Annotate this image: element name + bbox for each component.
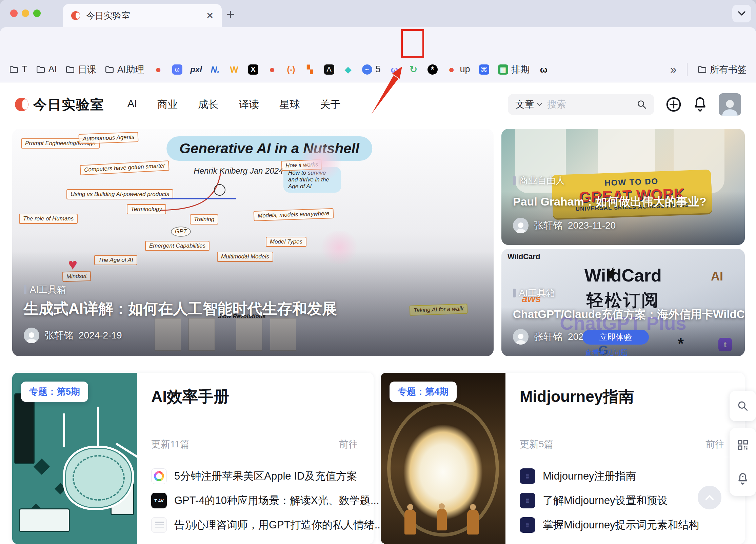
topic5-go-link[interactable]: 前往: [339, 438, 358, 451]
site-nav: AI 商业 成长 译读 星球 关于: [127, 98, 340, 112]
notifications-button[interactable]: [693, 97, 707, 112]
nav-item-business[interactable]: 商业: [157, 98, 178, 112]
author-name: 张轩铭: [534, 219, 562, 232]
bookmark-favicon[interactable]: W: [229, 64, 239, 75]
folder-label: AI助理: [117, 63, 144, 76]
bookmark-favicon[interactable]: *: [427, 64, 438, 75]
topic-card-4[interactable]: 专题：第4期 Midjourney指南 更新5篇 前往 ▒ Midjourney…: [381, 373, 745, 544]
new-tab-button[interactable]: +: [226, 7, 235, 22]
search-input[interactable]: [546, 99, 611, 110]
divider: [151, 457, 360, 457]
chevron-down-icon: [537, 103, 542, 106]
submit-button[interactable]: [666, 97, 681, 112]
article-list-item[interactable]: T-4V GPT-4的10种应用场景：解读X光、数学题...: [151, 493, 379, 508]
bookmark-favicon[interactable]: X: [248, 64, 258, 75]
nav-item-translate[interactable]: 译读: [239, 98, 259, 112]
traffic-light-zoom[interactable]: [33, 9, 41, 17]
author-name: 张轩铭: [45, 329, 73, 342]
sketch-label: Emergent Capabilities: [145, 241, 210, 251]
article-title: 了解Midjourney设置和预设: [543, 493, 668, 508]
site-logo-text[interactable]: 今日实验室: [33, 95, 104, 114]
tab-close-icon[interactable]: ✕: [206, 11, 214, 21]
wildcard-headline1: WildCard: [584, 265, 662, 286]
search-icon[interactable]: [637, 99, 647, 110]
bell-icon[interactable]: [737, 472, 749, 485]
traffic-light-close[interactable]: [10, 9, 18, 17]
site-logo-icon[interactable]: [15, 98, 28, 111]
bookmark-item[interactable]: ●up: [446, 64, 470, 75]
bookmark-favicon[interactable]: (-): [286, 64, 296, 75]
midjourney-article-icon: ▒: [520, 468, 535, 484]
topic4-title[interactable]: Midjourney指南: [520, 386, 634, 407]
search-icon[interactable]: [737, 400, 749, 412]
all-bookmarks-label: 所有书签: [710, 63, 747, 76]
article-list-item[interactable]: ▒ Midjourney注册指南: [520, 468, 636, 484]
article-list-item[interactable]: ▒ 掌握Midjourney提示词元素和结构: [520, 517, 699, 533]
bookmark-item[interactable]: ▦排期: [498, 63, 530, 76]
bookmark-favicon[interactable]: ω: [539, 64, 549, 75]
bookmark-favicon[interactable]: pxl: [191, 64, 201, 75]
user-avatar[interactable]: [719, 93, 741, 116]
qr-code-icon[interactable]: [737, 439, 749, 451]
article-list-item[interactable]: 告别心理咨询师，用GPT打造你的私人情绪...: [151, 517, 383, 533]
article-list-item[interactable]: 5分钟注册苹果美区Apple ID及充值方案: [151, 468, 357, 484]
folder-icon: [105, 66, 114, 73]
nav-item-ai[interactable]: AI: [127, 98, 137, 112]
tab-search-button[interactable]: [732, 5, 751, 22]
bookmark-favicon[interactable]: ◆: [343, 64, 353, 75]
topic5-title[interactable]: AI效率手册: [151, 386, 229, 407]
bookmark-favicon[interactable]: ●: [153, 64, 163, 75]
bookmark-favicon: ●: [446, 64, 457, 75]
tab-strip: 今日实验室 ✕ +: [0, 0, 756, 27]
midjourney-article-icon: ▒: [520, 493, 535, 508]
nav-item-about[interactable]: 关于: [320, 98, 340, 112]
bookmark-folder[interactable]: AI: [36, 64, 57, 75]
hero-author-row: 张轩铭 2024-2-19: [24, 328, 122, 343]
search-category-select[interactable]: 文章: [515, 98, 542, 111]
wildcard-article-card[interactable]: WildCard WildCard 轻松订阅 ChatGPT Plus aws …: [501, 249, 745, 356]
bookmark-label: 排期: [512, 63, 530, 76]
bookmarks-overflow-chevron[interactable]: »: [670, 63, 677, 76]
great-work-article-card[interactable]: HOW TO DO GREAT WORK UNIVERSAL SKILLS AC…: [501, 129, 745, 245]
bookmark-favicon[interactable]: ●: [267, 64, 277, 75]
floating-search-panel[interactable]: [730, 391, 756, 421]
bookmark-favicon[interactable]: N.: [210, 64, 220, 75]
bookmark-favicon[interactable]: ω: [172, 64, 182, 75]
bookmark-folder[interactable]: 日课: [66, 63, 96, 76]
traffic-light-minimize[interactable]: [22, 9, 29, 17]
card-tag[interactable]: AI工具箱: [513, 287, 555, 299]
nav-item-planet[interactable]: 星球: [279, 98, 300, 112]
article-list-item[interactable]: ▒ 了解Midjourney设置和预设: [520, 493, 668, 508]
card-title[interactable]: Paul Graham：如何做出伟大的事业?: [513, 194, 707, 210]
midjourney-article-icon: ▒: [520, 517, 535, 533]
gpt4v-article-icon: T-4V: [151, 493, 167, 508]
topic4-badge: 专题：第4期: [390, 382, 457, 402]
brain-sketch: [297, 142, 344, 180]
hero-title[interactable]: 生成式AI详解：如何在人工智能时代生存和发展: [24, 299, 337, 319]
nav-item-growth[interactable]: 成长: [198, 98, 218, 112]
topic-card-5[interactable]: 专题：第5期 AI效率手册 更新11篇 前往 5分钟注册苹果美区Apple ID…: [12, 373, 374, 544]
faq-link[interactable]: 查看常见问题: [585, 348, 628, 356]
appleid-article-icon: [151, 468, 167, 484]
bookmark-favicon[interactable]: ▚: [305, 64, 315, 75]
search-box[interactable]: 文章: [508, 94, 654, 115]
topic5-badge: 专题：第5期: [21, 382, 88, 402]
author-avatar: [513, 218, 529, 233]
card-title[interactable]: ChatGPT/Claude充值方案：海外信用卡WildCar...: [513, 307, 745, 322]
person-icon: [720, 98, 740, 116]
try-now-button[interactable]: 立即体验: [582, 330, 649, 345]
topic4-go-link[interactable]: 前往: [705, 438, 724, 451]
card-tag[interactable]: 商业自由人: [513, 174, 565, 187]
all-bookmarks-button[interactable]: 所有书签: [698, 63, 747, 76]
hero-article-card[interactable]: Generative AI in a Nutshell Henrik Knibe…: [12, 129, 494, 356]
hero-tag[interactable]: AI工具箱: [24, 284, 66, 296]
bookmark-favicon[interactable]: Λ: [324, 64, 334, 75]
bookmark-favicon[interactable]: ⌘: [479, 64, 489, 75]
bookmark-folder[interactable]: T: [9, 64, 27, 75]
browser-tab[interactable]: 今日实验室 ✕: [63, 4, 222, 27]
author-avatar: [24, 328, 39, 343]
back-to-top-button[interactable]: [698, 486, 721, 509]
bookmark-folder[interactable]: AI助理: [105, 63, 144, 76]
topic5-update-count: 更新11篇: [151, 438, 190, 451]
bell-icon: [693, 97, 707, 112]
